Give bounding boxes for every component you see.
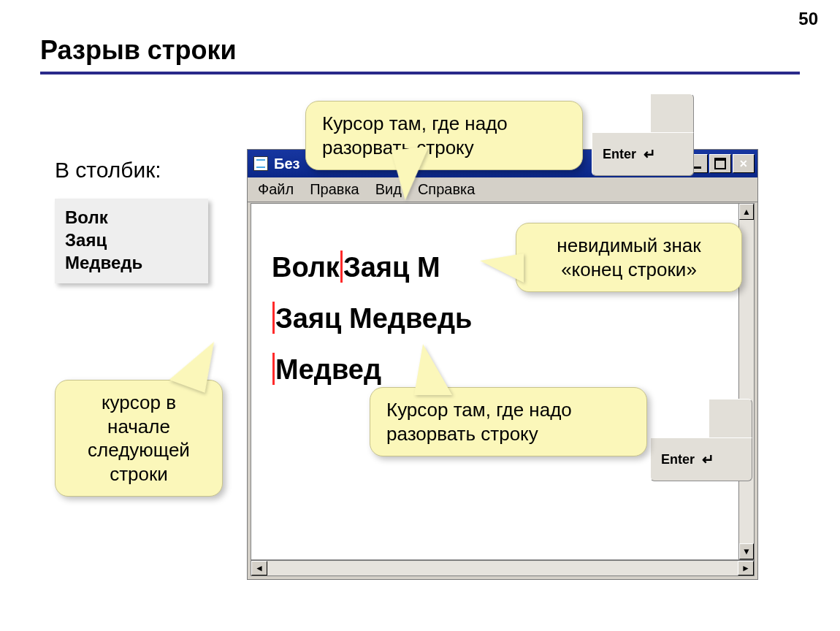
key-label: Enter [661,452,695,467]
close-button[interactable] [733,154,755,173]
return-arrow-icon: ↵ [702,451,714,468]
scroll-up-icon[interactable]: ▲ [739,204,754,220]
maximize-button[interactable] [709,154,731,173]
callout-cursor-break-bottom: Курсор там, где надо разорвать строку [370,387,647,456]
callout-cursor-break-top: Курсор там, где надо разорвать строку [305,101,583,170]
scroll-right-icon[interactable]: ► [738,561,754,575]
callout-cursor-next-line: курсор в начале следующей строки [55,380,223,497]
text-cursor [340,251,343,283]
doc-line-2: Заяц Медведь [272,296,472,334]
column-box: Волк Заяц Медведь [55,199,208,283]
window-title: Без [274,156,299,172]
key-label: Enter [603,147,636,162]
scroll-left-icon[interactable]: ◄ [251,561,267,575]
slide-title: Разрыв строки [40,35,237,66]
doc-line-3: Медвед [272,347,381,386]
scroll-down-icon[interactable]: ▼ [739,543,754,559]
menubar: Файл Правка Вид Справка [248,177,757,202]
menu-edit[interactable]: Правка [310,181,359,198]
horizontal-scrollbar[interactable]: ◄ ► [251,560,755,576]
text-cursor [272,302,275,334]
text-cursor [272,353,275,385]
column-item: Медведь [65,251,198,274]
callout-eol-mark: невидимый знак «конец строки» [516,223,742,292]
doc-line-1: ВолкЗаяц М [272,245,440,283]
document-icon [253,156,268,171]
scroll-track[interactable] [267,561,738,575]
column-item: Заяц [65,229,198,251]
enter-key: Enter ↵ [650,399,752,481]
return-arrow-icon: ↵ [644,145,656,163]
page-number: 50 [798,9,818,29]
menu-file[interactable]: Файл [258,181,294,198]
app-window: Без Файл Правка Вид Справка ВолкЗаяц М З… [247,149,758,580]
column-label: В столбик: [55,158,161,183]
title-rule [40,72,800,74]
column-item: Волк [65,206,198,229]
enter-key: Enter ↵ [592,93,694,176]
